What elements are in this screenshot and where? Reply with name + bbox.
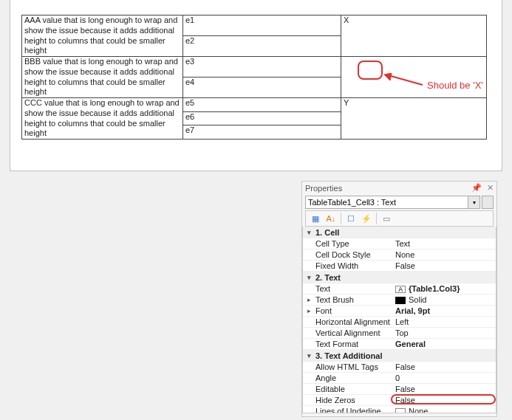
cell-col-c[interactable]: X — [341, 16, 487, 57]
cell-col-c[interactable]: Y — [341, 98, 487, 140]
close-icon[interactable]: ✕ — [487, 183, 494, 192]
cell-col-a[interactable]: BBB value that is long enough to wrap an… — [22, 57, 183, 98]
property-row[interactable]: Horizontal AlignmentLeft — [303, 317, 496, 328]
object-selector-dropdown[interactable]: ▾ — [468, 196, 480, 209]
property-label: Lines of Underline — [313, 407, 393, 413]
property-label: Fixed Width — [313, 261, 393, 270]
properties-toolbar: ▦ A↓ ☐ ⚡ ▭ — [305, 210, 494, 227]
panel-title: Properties — [305, 184, 342, 193]
property-row[interactable]: Text{Table1.Col3} — [303, 283, 496, 295]
property-label: Text — [313, 284, 393, 293]
property-row[interactable]: Angle0 — [303, 373, 496, 384]
object-selector-input[interactable] — [305, 196, 468, 209]
property-value[interactable]: Left — [393, 317, 496, 326]
property-row[interactable]: Lines of UnderlineNone — [303, 406, 496, 413]
cell-col-b[interactable]: e3 — [183, 57, 341, 78]
cell-col-b[interactable]: e7 — [183, 125, 341, 140]
property-value[interactable]: 0 — [393, 373, 496, 382]
highlight-ellipse — [391, 394, 496, 404]
separator — [376, 213, 377, 224]
svg-marker-1 — [384, 73, 392, 80]
cell-col-a[interactable]: AAA value that is long enough to wrap an… — [22, 16, 183, 57]
property-row[interactable]: ▸Text BrushSolid — [303, 295, 496, 306]
chevron-down-icon: ▾ — [473, 199, 476, 206]
property-label: Vertical Alignment — [313, 328, 393, 337]
property-label: Horizontal Alignment — [313, 317, 393, 326]
property-category[interactable]: ▾1. Cell — [303, 227, 496, 238]
property-value[interactable]: Text — [393, 239, 496, 248]
property-row[interactable]: Vertical AlignmentTop — [303, 328, 496, 339]
text-swatch-icon — [395, 286, 406, 293]
chevron-right-icon[interactable]: ▸ — [304, 296, 313, 303]
property-row[interactable]: Text FormatGeneral — [303, 339, 496, 350]
property-label: Editable — [313, 385, 393, 393]
annotation-arrow — [381, 73, 424, 88]
color-swatch-icon — [395, 297, 406, 304]
description-button[interactable]: ▭ — [379, 212, 394, 225]
property-value[interactable]: None — [393, 407, 496, 413]
property-value[interactable]: Arial, 9pt — [393, 306, 496, 315]
chevron-down-icon[interactable]: ▾ — [304, 274, 313, 281]
properties-panel: Properties 📌 ✕ ▾ ▦ A↓ ☐ ⚡ ▭ ▾1. CellCell… — [301, 181, 497, 417]
property-label: Hide Zeros — [313, 396, 393, 404]
property-value[interactable]: False — [393, 385, 496, 393]
property-label: Text Brush — [313, 295, 393, 304]
category-label: 1. Cell — [313, 228, 339, 237]
property-category[interactable]: ▾3. Text Additional — [303, 350, 496, 362]
table-row: AAA value that is long enough to wrap an… — [22, 16, 487, 36]
cell-col-b[interactable]: e6 — [183, 111, 341, 125]
property-value[interactable]: General — [393, 340, 496, 348]
property-label: Cell Dock Style — [313, 250, 393, 259]
property-label: Font — [313, 306, 393, 315]
object-selector-page-button[interactable] — [482, 196, 494, 209]
cell-col-b[interactable]: e1 — [183, 16, 341, 36]
box-swatch-icon — [395, 408, 406, 413]
property-label: Text Format — [313, 340, 393, 348]
chevron-right-icon[interactable]: ▸ — [304, 307, 313, 314]
cell-col-a[interactable]: CCC value that is long enough to wrap an… — [22, 98, 183, 140]
property-row[interactable]: Fixed WidthFalse — [303, 261, 496, 272]
property-row[interactable]: EditableFalse — [303, 384, 496, 395]
categorized-button[interactable]: ▦ — [308, 212, 323, 225]
pin-icon[interactable]: 📌 — [471, 183, 482, 192]
object-selector: ▾ — [305, 196, 494, 209]
property-value[interactable]: Top — [393, 328, 496, 337]
property-label: Angle — [313, 373, 393, 382]
property-row[interactable]: Allow HTML TagsFalse — [303, 362, 496, 373]
alphabetical-button[interactable]: A↓ — [324, 212, 338, 225]
property-row[interactable]: Cell Dock StyleNone — [303, 249, 496, 261]
property-row[interactable]: ▸FontArial, 9pt — [303, 306, 496, 317]
separator — [341, 213, 341, 224]
property-label: Cell Type — [313, 239, 393, 248]
property-value[interactable]: None — [393, 250, 496, 259]
panel-titlebar: Properties 📌 ✕ — [302, 182, 496, 194]
chevron-down-icon[interactable]: ▾ — [304, 352, 313, 359]
cell-col-b[interactable]: e5 — [183, 98, 341, 112]
cell-col-b[interactable]: e4 — [183, 78, 341, 98]
annotation-label: Should be 'X' — [427, 80, 483, 91]
localize-button[interactable]: ☐ — [344, 212, 358, 225]
category-label: 2. Text — [313, 273, 341, 282]
property-value[interactable]: False — [393, 261, 496, 270]
annotation-circle — [358, 61, 383, 80]
property-value[interactable]: Solid — [393, 295, 496, 304]
cell-col-b[interactable]: e2 — [183, 36, 341, 57]
category-label: 3. Text Additional — [313, 351, 382, 360]
property-grid[interactable]: ▾1. CellCell TypeTextCell Dock StyleNone… — [302, 227, 496, 413]
events-button[interactable]: ⚡ — [359, 212, 374, 225]
chevron-down-icon[interactable]: ▾ — [304, 229, 313, 236]
table-row: CCC value that is long enough to wrap an… — [22, 98, 487, 112]
property-row[interactable]: Cell TypeText — [303, 238, 496, 249]
property-label: Allow HTML Tags — [313, 362, 393, 371]
property-value[interactable]: False — [393, 362, 496, 371]
property-category[interactable]: ▾2. Text — [303, 272, 496, 283]
property-value[interactable]: {Table1.Col3} — [393, 284, 496, 293]
